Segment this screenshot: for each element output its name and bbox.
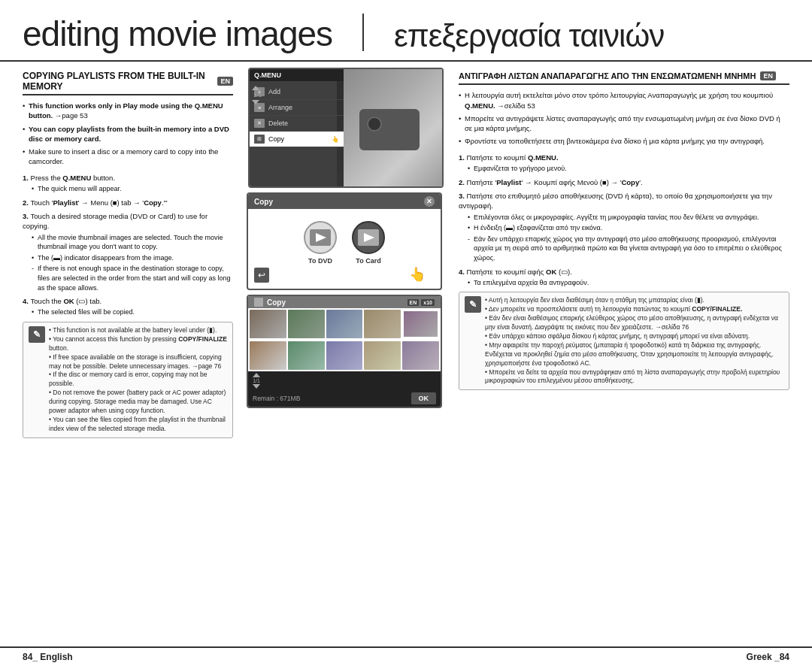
page: editing movie images επεξεργασία ταινιών… — [0, 0, 812, 666]
header: editing movie images επεξεργασία ταινιών — [0, 0, 812, 62]
step-2: 2. Touch 'Playlist' → Menu (■) tab → 'Co… — [23, 198, 233, 207]
gr-step-1-text: Πατήστε το κουμπί Q.MENU. — [467, 153, 559, 162]
badge-en-thumb: EN — [408, 299, 420, 306]
center-column: Q.MENU 1/1 + Add — [241, 62, 451, 646]
thumb-cell-1 — [250, 310, 286, 338]
left-section-heading: COPYING PLAYLISTS FROM THE BUILT-IN MEMO… — [23, 71, 233, 95]
note-box-right: ✎ • Αυτή η λειτουργία δεν είναι διαθέσιμ… — [459, 292, 789, 390]
step-4: 4. Touch the OK (▭) tab. The selected fi… — [23, 296, 233, 317]
to-card-label: To Card — [356, 257, 380, 265]
title-english: editing movie images — [23, 14, 332, 54]
note-icon-left: ✎ — [29, 326, 45, 343]
thumb-nav: 1/1 — [248, 371, 441, 390]
thumb-row-2 — [248, 340, 441, 371]
thumb-screen: Copy EN x10 — [247, 295, 442, 408]
copy-small-icon — [254, 298, 263, 307]
gr-step-2-label: 2. — [459, 178, 467, 186]
menu-item-arrange-label: Arrange — [268, 104, 292, 111]
close-icon[interactable]: ✕ — [424, 196, 435, 207]
step-3: 3. Touch a desired storage media (DVD or… — [23, 211, 233, 292]
title-greek: επεξεργασία ταινιών — [394, 18, 664, 54]
nav-up-arrow — [253, 373, 260, 377]
menu-title-bar: Q.MENU — [250, 69, 344, 81]
to-card-button[interactable]: To Card — [352, 221, 385, 265]
camera-lens — [367, 117, 382, 132]
left-column: COPYING PLAYLISTS FROM THE BUILT-IN MEMO… — [15, 62, 241, 646]
camera-image-area — [337, 69, 442, 188]
to-dvd-button[interactable]: To DVD — [304, 221, 337, 265]
left-heading-text: COPYING PLAYLISTS FROM THE BUILT-IN MEMO… — [23, 71, 213, 92]
arrow-up-icon — [252, 86, 259, 90]
thumb-title: Copy — [267, 298, 286, 307]
gr-intro-bullet-2: Μπορείτε να αντιγράψετε λίστες αναπαραγω… — [459, 114, 789, 134]
thumb-cell-9 — [364, 341, 401, 370]
gr-step-1: 1. Πατήστε το κουμπί Q.MENU. Εμφανίζεται… — [459, 153, 789, 174]
remain-bar: Remain : 671MB OK — [248, 390, 441, 407]
menu-item-delete-label: Delete — [268, 120, 288, 127]
footer-right: Greek _84 — [747, 652, 789, 662]
menu-item-copy[interactable]: ⊞ Copy 👆 — [250, 132, 344, 147]
nav-arrows: 1/1 — [252, 86, 262, 104]
step-3-sub-1: All the movie thumbnail images are selec… — [32, 233, 233, 252]
right-badge-en: EN — [760, 71, 776, 80]
menu-item-copy-label: Copy — [268, 135, 284, 143]
step-1: 1. Press the Q.MENU button. The quick me… — [23, 173, 233, 194]
thumb-cell-3 — [326, 310, 363, 338]
back-button[interactable]: ↩ — [254, 268, 269, 283]
qmenu-screen: Q.MENU 1/1 + Add — [248, 68, 444, 188]
gr-step-2: 2. Πατήστε 'Playlist' → Κουμπί αφής Μενο… — [459, 177, 789, 187]
svg-rect-4 — [254, 298, 263, 307]
step-3-label: 3. — [23, 212, 31, 220]
step-3-sub-3: If there is not enough space in the dest… — [32, 264, 233, 292]
step-1-sub-1: The quick menu will appear. — [32, 184, 233, 194]
step-4-sub-1: The selected files will be copied. — [32, 307, 233, 317]
right-section-heading: ΑΝΤΙΓΡΑΦΗ ΛΙΣΤΩΝ ΑΝΑΠΑΡΑΓΩΓΗΣ ΑΠΟ ΤΗΝ ΕΝ… — [459, 71, 789, 85]
delete-icon: ✕ — [254, 119, 265, 128]
copy-screen-header: Copy ✕ — [248, 194, 441, 209]
left-intro-bullets: This function works only in Play mode us… — [23, 101, 233, 167]
right-heading-text: ΑΝΤΙΓΡΑΦΗ ΛΙΣΤΩΝ ΑΝΑΠΑΡΑΓΩΓΗΣ ΑΠΟ ΤΗΝ ΕΝ… — [459, 71, 756, 81]
to-card-circle — [352, 221, 385, 254]
menu-item-add[interactable]: + Add — [250, 84, 344, 100]
gr-step-4-sub: Τα επιλεγμένα αρχεία θα αντιγραφούν. — [459, 278, 789, 288]
intro-bullet-1: This function works only in Play mode us… — [23, 101, 233, 121]
badge-number-thumb: x10 — [421, 299, 435, 306]
ok-label: OK — [419, 395, 429, 402]
screen1-wrapper: Q.MENU 1/1 + Add — [247, 68, 445, 188]
to-dvd-label: To DVD — [308, 257, 332, 265]
gr-step-3-label: 3. — [459, 192, 467, 200]
step-4-label: 4. — [23, 297, 31, 305]
thumb-cell-4 — [364, 310, 401, 338]
qmenu-title: Q.MENU — [254, 71, 281, 79]
gr-step-1-sub-1: Εμφανίζεται το γρήγορο μενού. — [468, 164, 789, 174]
menu-item-add-label: Add — [268, 88, 280, 95]
copy-icon: ⊞ — [254, 135, 265, 144]
copy-screen-title: Copy — [254, 198, 273, 206]
page-indicator: 1/1 — [253, 92, 262, 98]
gr-step-3-text: Πατήστε στο επιθυμητό μέσο αποθήκευσης (… — [459, 192, 772, 210]
nav-down-arrow — [253, 384, 260, 389]
remain-text: Remain : 671MB — [253, 395, 300, 402]
main-content: COPYING PLAYLISTS FROM THE BUILT-IN MEMO… — [0, 62, 812, 646]
step-2-text: Touch 'Playlist' → Menu (■) tab → 'Copy.… — [31, 198, 168, 207]
hand-cursor-icon: 👆 — [409, 266, 426, 283]
note-icon-right: ✎ — [465, 296, 481, 313]
menu-item-delete[interactable]: ✕ Delete — [250, 116, 344, 132]
gr-step-3: 3. Πατήστε στο επιθυμητό μέσο αποθήκευση… — [459, 191, 789, 263]
copy-hand: 👆 — [332, 136, 339, 143]
thumb-cell-2 — [288, 310, 325, 338]
menu-item-arrange[interactable]: ≡ Arrange — [250, 100, 344, 116]
gr-step-3-sub-1: Επιλέγονται όλες οι μικρογραφίες. Αγγίξτ… — [468, 213, 789, 223]
header-divider — [362, 14, 364, 51]
ok-button[interactable]: OK — [411, 392, 437, 404]
copy-menu-screen: Copy ✕ To DVD — [247, 192, 442, 290]
step-3-text: Touch a desired storage media (DVD or Ca… — [23, 212, 208, 230]
arrow-down-icon — [252, 100, 259, 104]
gr-step-3-sub-3: Εάν δεν υπάρχει επαρκής χώρος για την αν… — [468, 235, 789, 263]
gr-step-1-label: 1. — [459, 153, 467, 162]
thumb-cell-5 — [402, 310, 439, 338]
left-badge-en: EN — [217, 77, 233, 86]
gr-step-3-sub-2: Η ένδειξη (▬) εξαφανίζεται από την εικόν… — [468, 223, 789, 233]
right-intro-bullets: Η λειτουργία αυτή εκτελείται μόνο στον τ… — [459, 90, 789, 146]
footer-left: 84_ English — [23, 652, 73, 662]
